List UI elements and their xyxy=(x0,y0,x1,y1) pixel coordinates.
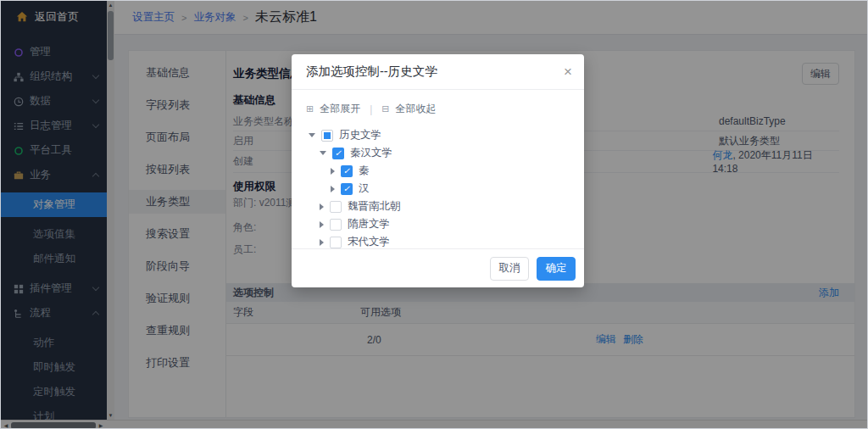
dialog-title: 添加选项控制--历史文学 xyxy=(306,64,564,80)
option-tree: 历史文学 ✓ 秦汉文学 ✓ 秦 ✓ 汉 魏晋南北朝 隋唐文学 xyxy=(292,118,584,251)
toolbar-divider: | xyxy=(370,103,372,115)
tree-node-qinhan-literature: ✓ 秦汉文学 xyxy=(309,144,584,162)
tree-node-label[interactable]: 汉 xyxy=(359,181,370,196)
tree-node-weijin: 魏晋南北朝 xyxy=(309,198,584,215)
tree-node-label[interactable]: 隋唐文学 xyxy=(348,217,390,231)
tree-node-han: ✓ 汉 xyxy=(309,180,584,198)
collapse-all-link[interactable]: 全部收起 xyxy=(396,102,437,116)
caret-right-icon[interactable] xyxy=(320,221,324,228)
tree-node-label[interactable]: 秦汉文学 xyxy=(350,146,392,160)
caret-right-icon[interactable] xyxy=(320,203,324,210)
caret-down-icon[interactable] xyxy=(309,133,315,137)
tree-node-qin: ✓ 秦 xyxy=(309,162,584,180)
caret-right-icon[interactable] xyxy=(320,239,324,246)
checkbox-unchecked[interactable] xyxy=(330,237,342,248)
close-icon[interactable]: × xyxy=(564,64,572,79)
checkbox-checked[interactable]: ✓ xyxy=(332,148,344,159)
checkbox-checked[interactable]: ✓ xyxy=(341,183,353,195)
add-option-control-dialog: 添加选项控制--历史文学 × ⊞ 全部展开 | ⊟ 全部收起 历史文学 ✓ 秦汉… xyxy=(292,54,584,287)
dialog-footer: 取消 确定 xyxy=(292,248,584,287)
tree-node-label[interactable]: 秦 xyxy=(359,164,370,178)
tree-toolbar: ⊞ 全部展开 | ⊟ 全部收起 xyxy=(292,90,584,118)
checkbox-unchecked[interactable] xyxy=(330,201,342,213)
tree-node-label[interactable]: 魏晋南北朝 xyxy=(348,199,401,214)
dialog-header: 添加选项控制--历史文学 × xyxy=(292,54,584,90)
expand-all-link[interactable]: 全部展开 xyxy=(320,102,360,116)
checkbox-unchecked[interactable] xyxy=(330,219,342,231)
caret-right-icon[interactable] xyxy=(331,168,335,175)
cancel-button[interactable]: 取消 xyxy=(490,257,529,281)
caret-down-icon[interactable] xyxy=(320,151,326,155)
checkbox-indeterminate[interactable] xyxy=(321,130,333,142)
tree-node-label[interactable]: 宋代文学 xyxy=(348,235,390,249)
tree-node-label[interactable]: 历史文学 xyxy=(339,128,381,142)
checkbox-checked[interactable]: ✓ xyxy=(341,165,353,177)
caret-right-icon[interactable] xyxy=(331,186,335,192)
tree-node-suitang: 隋唐文学 xyxy=(309,215,584,233)
expand-all-icon: ⊞ xyxy=(306,103,314,114)
tree-node-history-literature: 历史文学 xyxy=(309,126,584,144)
ok-button[interactable]: 确定 xyxy=(537,257,576,281)
collapse-all-icon: ⊟ xyxy=(381,103,389,114)
